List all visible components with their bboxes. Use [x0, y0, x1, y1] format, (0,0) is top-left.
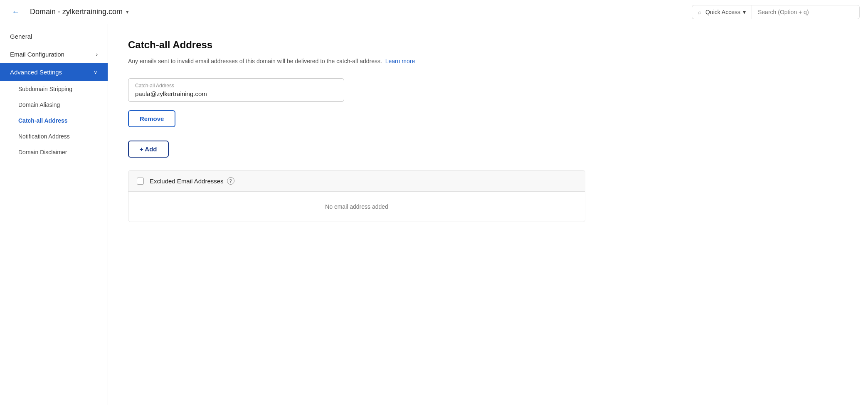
sidebar-item-advanced-settings-label: Advanced Settings — [10, 69, 62, 76]
topbar: ← Domain - zylkertraining.com ▾ ⌕ Quick … — [0, 0, 868, 24]
page-description: Any emails sent to invalid email address… — [128, 57, 848, 66]
topbar-right: ⌕ Quick Access ▾ — [692, 5, 860, 19]
domain-disclaimer-label: Domain Disclaimer — [18, 149, 67, 156]
catch-all-input-group: Catch-all Address paula@zylkertraining.c… — [128, 78, 344, 102]
domain-chevron-icon: ▾ — [126, 9, 129, 15]
back-button[interactable]: ← — [8, 5, 23, 18]
sidebar-item-general-label: General — [10, 33, 32, 40]
excluded-label: Excluded Email Addresses ? — [150, 177, 234, 185]
sidebar-item-advanced-settings[interactable]: Advanced Settings ∨ — [0, 63, 108, 81]
advanced-settings-chevron-icon: ∨ — [94, 69, 98, 75]
sidebar-sub-item-catch-all-address[interactable]: Catch-all Address — [0, 113, 108, 128]
subdomain-stripping-label: Subdomain Stripping — [18, 86, 72, 92]
search-icon: ⌕ — [698, 9, 701, 15]
sidebar: General Email Configuration › Advanced S… — [0, 24, 108, 405]
page-desc-text: Any emails sent to invalid email address… — [128, 58, 382, 64]
excluded-section: Excluded Email Addresses ? No email addr… — [128, 170, 585, 222]
sidebar-sub-item-domain-aliasing[interactable]: Domain Aliasing — [0, 97, 108, 113]
input-value: paula@zylkertraining.com — [135, 90, 337, 97]
catch-all-address-label: Catch-all Address — [18, 117, 68, 124]
main-content: Catch-all Address Any emails sent to inv… — [108, 24, 868, 405]
search-input[interactable] — [758, 9, 853, 15]
search-bar[interactable] — [752, 5, 860, 19]
excluded-checkbox[interactable] — [137, 178, 144, 185]
quick-access-label: Quick Access — [705, 9, 740, 15]
domain-aliasing-label: Domain Aliasing — [18, 101, 60, 108]
sidebar-item-general[interactable]: General — [0, 27, 108, 45]
excluded-empty-message: No email address added — [128, 192, 585, 222]
sidebar-sub-item-notification-address[interactable]: Notification Address — [0, 128, 108, 144]
domain-title-text: Domain - zylkertraining.com — [30, 7, 123, 16]
excluded-label-text: Excluded Email Addresses — [150, 178, 224, 185]
sidebar-sub-item-subdomain-stripping[interactable]: Subdomain Stripping — [0, 81, 108, 97]
sidebar-sub-item-domain-disclaimer[interactable]: Domain Disclaimer — [0, 144, 108, 160]
sidebar-item-email-config-label: Email Configuration — [10, 51, 64, 58]
layout: General Email Configuration › Advanced S… — [0, 24, 868, 405]
learn-more-link[interactable]: Learn more — [385, 58, 415, 64]
quick-access-chevron-icon: ▾ — [743, 9, 746, 15]
email-config-chevron-icon: › — [96, 51, 98, 57]
quick-access-button[interactable]: ⌕ Quick Access ▾ — [692, 5, 752, 19]
notification-address-label: Notification Address — [18, 133, 70, 140]
page-title: Catch-all Address — [128, 39, 848, 51]
remove-button[interactable]: Remove — [128, 110, 175, 127]
excluded-header: Excluded Email Addresses ? — [128, 170, 585, 192]
help-icon[interactable]: ? — [227, 177, 234, 185]
domain-title[interactable]: Domain - zylkertraining.com ▾ — [30, 7, 129, 16]
add-button[interactable]: + Add — [128, 141, 169, 158]
sidebar-item-email-config[interactable]: Email Configuration › — [0, 45, 108, 63]
input-label: Catch-all Address — [135, 83, 337, 89]
